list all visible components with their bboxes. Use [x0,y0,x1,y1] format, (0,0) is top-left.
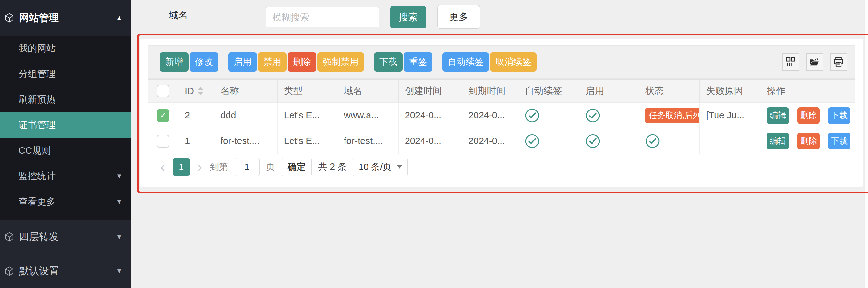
enable-button[interactable]: 启用 [228,52,257,72]
next-page-button[interactable]: › [196,160,203,174]
table-row: 1 for-test.... Let's E... for-test.... 2… [148,128,855,153]
cell-id: 2 [178,103,214,128]
force-disable-button[interactable]: 强制禁用 [317,52,364,72]
sidebar-item-view-more[interactable]: 查看更多 [0,189,131,215]
cell-auto-renew [518,103,579,128]
cell-expires: 2024-0... [462,103,519,128]
sidebar-group-layer4-forwarding[interactable]: 四层转发 [0,220,131,254]
grid-toolbar: 新增 修改 启用 禁用 删除 强制禁用 下载 重签 [148,45,855,78]
cell-domain: for-test.... [338,128,399,153]
disable-button[interactable]: 禁用 [258,52,287,72]
table-header-row: ID 名称 类型 域名 创建时间 到期时间 自动续签 启用 状态 失败原因 操作 [148,79,855,103]
sidebar-item-certificate-management[interactable]: 证书管理 [0,112,131,138]
more-button[interactable]: 更多 [437,5,480,29]
auto-renew-button[interactable]: 自动续签 [442,52,489,72]
sidebar-group-label: 网站管理 [19,11,59,25]
sidebar-item-my-websites[interactable]: 我的网站 [0,36,131,61]
column-chooser-icon [785,57,796,67]
row-edit-button[interactable]: 编辑 [767,107,789,124]
select-all-checkbox[interactable] [157,84,169,97]
cell-domain: www.a... [338,103,399,128]
cube-icon [4,231,15,242]
column-header-actions: 操作 [760,79,855,103]
row-edit-button[interactable]: 编辑 [767,133,789,149]
column-header-enabled: 启用 [579,79,639,103]
grid-card: 新增 修改 启用 禁用 删除 强制禁用 下载 重签 [140,39,863,187]
cube-icon [4,12,15,23]
sidebar-group-website-management[interactable]: 网站管理 [0,0,131,36]
cancel-renew-button[interactable]: 取消续签 [490,52,536,72]
row-delete-button[interactable]: 删除 [797,133,820,149]
row-download-button[interactable]: 下载 [828,107,850,124]
goto-suffix-label: 页 [266,160,275,173]
domain-field-label: 域名 [169,9,188,22]
grid-icon-buttons [782,53,847,71]
chevron-down-icon [397,165,402,169]
printer-icon [833,57,844,67]
search-button[interactable]: 搜索 [390,6,426,28]
goto-page-input[interactable] [235,158,259,176]
chevron-down-icon [116,172,123,180]
column-header-id[interactable]: ID [178,79,214,103]
modify-button[interactable]: 修改 [189,52,218,72]
sidebar-submenu: 我的网站 分组管理 刷新预热 证书管理 CC规则 监控统计 查看更多 [0,36,131,220]
sidebar-group-label: 默认设置 [19,264,59,278]
sidebar-item-refresh-preheat[interactable]: 刷新预热 [0,87,131,112]
cell-status [639,128,700,153]
certificate-management-page: 网站管理 我的网站 分组管理 刷新预热 证书管理 CC规则 监控统计 查看更多 … [0,0,868,288]
cell-enabled [579,128,639,153]
cell-created: 2024-0... [399,103,462,128]
cell-expires: 2024-0... [462,128,519,153]
download-button[interactable]: 下载 [374,52,403,72]
scrollbar[interactable] [865,0,868,288]
cell-fail-reason: [Tue Ju... [700,103,760,128]
column-header-type: 类型 [278,79,338,103]
check-circle-icon [586,134,600,148]
search-field: ••• [266,7,379,28]
column-header-expires: 到期时间 [462,79,519,103]
cell-name: ddd [214,103,278,128]
sidebar-item-monitor-stats[interactable]: 监控统计 [0,164,131,189]
page-number-button[interactable]: 1 [173,158,190,176]
row-delete-button[interactable]: 删除 [797,107,820,124]
page-size-select[interactable]: 10 条/页 [353,158,408,176]
cell-created: 2024-0... [399,128,462,153]
prev-page-button[interactable]: ‹ [159,160,166,174]
row-checkbox-checked[interactable] [157,109,169,122]
cube-icon [4,266,15,277]
sidebar-item-group-management[interactable]: 分组管理 [0,61,131,87]
confirm-button[interactable]: 确定 [282,158,312,176]
sidebar-item-cc-rules[interactable]: CC规则 [0,138,131,164]
resign-button[interactable]: 重签 [404,52,432,72]
goto-prefix-label: 到第 [210,160,228,173]
pagination-bar: ‹ 1 › 到第 页 确定 共 2 条 10 条/页 [148,154,855,180]
column-header-status: 状态 [639,79,700,103]
search-input[interactable] [266,7,397,27]
column-header-fail-reason: 失败原因 [700,79,760,103]
add-button[interactable]: 新增 [160,52,189,72]
cell-actions: 编辑 删除 下载 [760,103,855,128]
cell-status: 任务取消,后列 [639,103,700,128]
export-button[interactable] [806,53,823,71]
chevron-down-icon [116,233,123,241]
column-chooser-button[interactable] [782,53,799,71]
row-download-button[interactable]: 下载 [828,133,850,149]
print-button[interactable] [830,53,847,71]
toolbar-button-groups: 新增 修改 启用 禁用 删除 强制禁用 下载 重签 [160,52,536,72]
row-checkbox[interactable] [157,135,169,147]
sidebar-group-default-settings[interactable]: 默认设置 [0,254,131,288]
delete-button[interactable]: 删除 [288,52,316,72]
check-circle-icon [525,134,539,148]
chevron-down-icon [116,267,123,275]
column-header-domain: 域名 [338,79,399,103]
sidebar: 网站管理 我的网站 分组管理 刷新预热 证书管理 CC规则 监控统计 查看更多 … [0,0,131,288]
check-circle-icon [525,108,539,123]
sidebar-bottom-groups: 四层转发 默认设置 [0,220,131,288]
chevron-down-icon [116,197,123,206]
data-table: ID 名称 类型 域名 创建时间 到期时间 自动续签 启用 状态 失败原因 操作 [148,79,855,154]
column-header-name: 名称 [214,79,278,103]
cell-name: for-test.... [214,128,278,153]
check-circle-icon [586,108,600,123]
sort-icon[interactable] [198,87,204,95]
main-content: 域名 ••• 搜索 更多 新增 修改 启用 禁用 删除 强 [131,0,868,288]
